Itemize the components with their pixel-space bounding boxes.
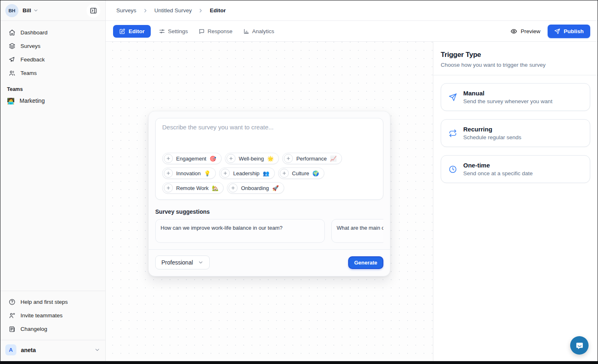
chat-square-icon: [199, 28, 205, 34]
panel-subtitle: Choose how you want to trigger the surve…: [441, 62, 590, 68]
option-title: Recurring: [463, 126, 521, 133]
home-icon: [9, 29, 16, 36]
tone-selected-value: Professional: [161, 259, 193, 266]
house-emoji-icon: 🏡: [212, 185, 218, 191]
option-title: One-time: [463, 162, 533, 169]
account-avatar: A: [5, 344, 16, 355]
tab-response[interactable]: Response: [196, 25, 235, 38]
repeat-icon: [448, 129, 457, 138]
option-description: Send the survey whenever you want: [463, 98, 553, 104]
star-emoji-icon: 🌟: [267, 156, 274, 161]
chip-performance[interactable]: Performance 📈: [282, 153, 342, 164]
breadcrumb-surveys[interactable]: Surveys: [116, 7, 136, 14]
plus-icon: [221, 169, 230, 178]
editor-canvas[interactable]: Engagement 🎯 Well-being 🌟 Performance: [106, 42, 433, 361]
sidebar: BH Bill Dashboard Surveys: [0, 0, 106, 361]
main-area: Surveys Untitled Survey Editor Editor Se…: [106, 0, 598, 361]
sidebar-item-label: Changelog: [20, 326, 47, 332]
chip-well-being[interactable]: Well-being 🌟: [225, 153, 279, 164]
trigger-option-manual[interactable]: Manual Send the survey whenever you want: [441, 83, 590, 111]
tab-editor[interactable]: Editor: [113, 25, 151, 38]
tab-label: Settings: [168, 28, 188, 34]
collapse-sidebar-button[interactable]: [86, 4, 100, 18]
prompt-card: Engagement 🎯 Well-being 🌟 Performance: [155, 118, 383, 200]
users-icon: [9, 70, 16, 77]
plus-icon: [227, 154, 236, 163]
sidebar-item-label: Feedback: [20, 57, 45, 63]
plus-icon: [164, 169, 173, 178]
sidebar-nav: Dashboard Surveys Feedback Teams: [0, 21, 105, 81]
suggestion-card[interactable]: How can we improve work-life balance in …: [155, 219, 325, 243]
chip-leadership[interactable]: Leadership 👥: [219, 167, 275, 179]
option-description: Send once at a specific date: [463, 170, 533, 176]
chip-innovation[interactable]: Innovation 💡: [162, 167, 216, 179]
send-icon: [554, 28, 560, 34]
chevron-down-icon: [94, 347, 100, 353]
tab-label: Analytics: [252, 28, 274, 34]
chart-emoji-icon: 📈: [330, 156, 337, 161]
busts-emoji-icon: 👥: [263, 171, 270, 176]
chip-remote-work[interactable]: Remote Work 🏡: [162, 182, 224, 194]
globe-emoji-icon: 🌍: [313, 171, 319, 176]
generate-button[interactable]: Generate: [348, 256, 383, 269]
sliders-icon: [159, 28, 165, 34]
chevron-right-icon: [143, 8, 148, 14]
sidebar-item-feedback[interactable]: Feedback: [4, 53, 102, 66]
sidebar-item-teams[interactable]: Teams: [4, 66, 102, 80]
breadcrumb: Surveys Untitled Survey Editor: [106, 0, 598, 21]
sidebar-item-help[interactable]: Help and first steps: [4, 295, 102, 309]
tone-select[interactable]: Professional: [155, 255, 210, 269]
eye-icon: [510, 28, 517, 35]
user-plus-icon: [9, 312, 16, 319]
user-name: Bill: [23, 7, 31, 14]
option-description: Schedule regular sends: [463, 134, 521, 140]
sidebar-item-surveys[interactable]: Surveys: [4, 39, 102, 53]
breadcrumb-untitled-survey[interactable]: Untitled Survey: [154, 7, 192, 14]
survey-prompt-input[interactable]: [162, 124, 376, 149]
survey-composer-card: Engagement 🎯 Well-being 🌟 Performance: [148, 111, 390, 276]
chevron-down-icon: [33, 8, 39, 13]
chevron-down-icon: [198, 260, 204, 265]
publish-button[interactable]: Publish: [548, 25, 590, 38]
chip-culture[interactable]: Culture 🌍: [278, 167, 324, 179]
trigger-option-recurring[interactable]: Recurring Schedule regular sends: [441, 119, 590, 147]
trigger-option-one-time[interactable]: One-time Send once at a specific date: [441, 155, 590, 183]
suggestion-card[interactable]: What are the main ob: [331, 219, 383, 243]
sidebar-item-label: Help and first steps: [20, 299, 68, 305]
composer-footer: Professional Generate: [149, 249, 390, 270]
workspace-switcher[interactable]: BH Bill: [0, 0, 105, 21]
trigger-options: Manual Send the survey whenever you want…: [433, 75, 598, 191]
chat-launcher-button[interactable]: [570, 336, 589, 355]
account-name: aneta: [21, 347, 36, 353]
sidebar-item-dashboard[interactable]: Dashboard: [4, 26, 102, 39]
preview-button[interactable]: Preview: [510, 28, 540, 35]
sidebar-item-label: Invite teammates: [20, 312, 63, 319]
topic-chips: Engagement 🎯 Well-being 🌟 Performance: [162, 153, 376, 194]
app-window: BH Bill Dashboard Surveys: [0, 0, 598, 361]
plus-icon: [164, 183, 173, 192]
editor-toolbar: Editor Settings Response Analytics Previ…: [106, 21, 598, 42]
tab-settings[interactable]: Settings: [156, 25, 190, 38]
tab-analytics[interactable]: Analytics: [241, 25, 277, 38]
sidebar-item-label: Surveys: [20, 43, 41, 49]
bar-chart-icon: [243, 28, 249, 34]
pencil-square-icon: [119, 28, 125, 34]
sidebar-spacer: [0, 107, 105, 291]
sidebar-item-label: Teams: [20, 70, 37, 76]
tab-label: Editor: [129, 28, 145, 34]
sidebar-item-invite[interactable]: Invite teammates: [4, 309, 102, 322]
panel-title: Trigger Type: [441, 51, 590, 59]
editor-content: Engagement 🎯 Well-being 🌟 Performance: [106, 42, 598, 361]
plus-icon: [164, 154, 173, 163]
trigger-type-panel: Trigger Type Choose how you want to trig…: [433, 42, 598, 361]
plus-icon: [280, 169, 289, 178]
chip-onboarding[interactable]: Onboarding 🚀: [227, 182, 284, 194]
rocket-emoji-icon: 🚀: [272, 185, 279, 191]
question-circle-icon: [9, 298, 16, 305]
sidebar-item-changelog[interactable]: Changelog: [4, 322, 102, 336]
sidebar-item-team-marketing[interactable]: 🧑‍💻 Marketing: [0, 95, 105, 107]
account-menu[interactable]: A aneta: [0, 340, 105, 361]
suggestions-title: Survey suggestions: [155, 208, 383, 215]
publish-label: Publish: [564, 28, 584, 34]
chip-engagement[interactable]: Engagement 🎯: [162, 153, 222, 164]
